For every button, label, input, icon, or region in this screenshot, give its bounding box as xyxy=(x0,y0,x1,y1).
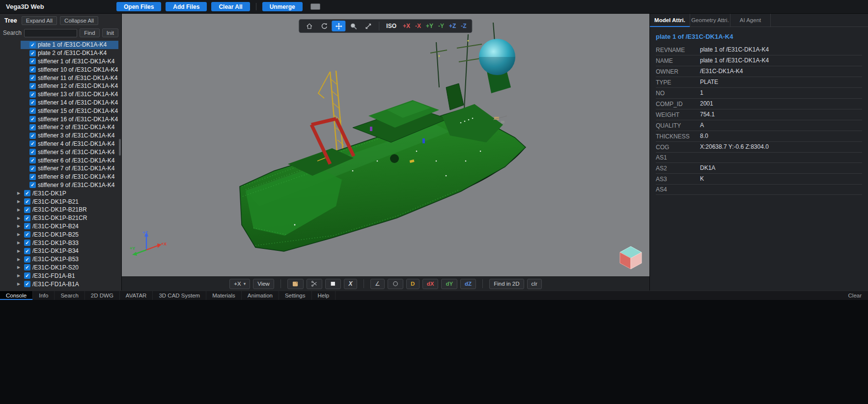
checkbox[interactable]: ✓ xyxy=(24,231,30,238)
axis-view-minus-Z[interactable]: -Z xyxy=(461,23,466,29)
tree-item[interactable]: ▶✓/E31C-DK1P-S20 xyxy=(0,264,118,272)
checkbox[interactable]: ✓ xyxy=(24,198,30,205)
dz-delta-button[interactable]: dZ xyxy=(460,279,476,289)
checkbox[interactable]: ✓ xyxy=(29,174,36,180)
tree-item[interactable]: ✓stiffener 8 of /E31C-DK1A-K4 xyxy=(21,173,118,181)
checkbox[interactable]: ✓ xyxy=(29,116,36,122)
tree-item[interactable]: ▶✓/E31C-DK1P-B24 xyxy=(0,222,118,231)
ship-model[interactable] xyxy=(122,14,649,276)
collapse-all-button[interactable]: Collapse All xyxy=(60,16,98,25)
expand-arrow-icon[interactable]: ▶ xyxy=(17,199,23,204)
checkbox[interactable]: ✓ xyxy=(24,207,30,213)
axis-view-plusminus-X[interactable]: +X xyxy=(403,23,410,29)
bottom-tab-3d-cad-system[interactable]: 3D CAD System xyxy=(153,291,206,300)
clear-all-button[interactable]: Clear All xyxy=(211,2,250,11)
checkbox[interactable]: ✓ xyxy=(24,248,30,254)
tree-item[interactable]: ✓stiffener 16 of /E31C-DK1A-K4 xyxy=(21,115,118,123)
checkbox[interactable]: ✓ xyxy=(29,124,36,131)
tree-item[interactable]: ▶✓/E31C-DK1P xyxy=(0,189,118,197)
expand-arrow-icon[interactable]: ▶ xyxy=(17,208,23,212)
tree-item[interactable]: ✓stiffener 9 of /E31C-DK1A-K4 xyxy=(21,181,118,189)
tree-item[interactable]: ✓plate 2 of /E31C-DK1A-K4 xyxy=(21,49,118,57)
expand-all-button[interactable]: Expand All xyxy=(22,16,57,25)
tree-item[interactable]: ▶✓/E31C-FD1A-B1A xyxy=(0,280,118,288)
bottom-tab-settings[interactable]: Settings xyxy=(279,291,312,300)
bottom-tab-help[interactable]: Help xyxy=(312,291,336,300)
checkbox[interactable]: ✓ xyxy=(29,182,36,188)
axis-view-minus-Y[interactable]: -Y xyxy=(438,23,444,29)
console-clear-button[interactable]: Clear xyxy=(845,291,865,300)
expand-arrow-icon[interactable]: ▶ xyxy=(17,224,23,228)
expand-arrow-icon[interactable]: ▶ xyxy=(17,232,23,237)
expand-arrow-icon[interactable]: ▶ xyxy=(17,216,23,220)
checkbox[interactable]: ✓ xyxy=(29,149,36,155)
checkbox[interactable]: ✓ xyxy=(24,240,30,246)
checkbox[interactable]: ✓ xyxy=(29,66,36,73)
checkbox[interactable]: ✓ xyxy=(24,215,30,221)
checkbox[interactable]: ✓ xyxy=(24,272,30,279)
tree-item[interactable]: ✓stiffener 1 of /E31C-DK1A-K4 xyxy=(21,57,118,66)
checkbox[interactable]: ✓ xyxy=(29,58,36,64)
bottom-tab-console[interactable]: Console xyxy=(0,291,33,300)
x-symbol-button[interactable]: X xyxy=(344,279,357,289)
d-delta-button[interactable]: D xyxy=(406,279,420,289)
expand-arrow-icon[interactable]: ▶ xyxy=(17,265,23,269)
find-in-2d-button[interactable]: Find in 2D xyxy=(489,279,524,289)
tree-item[interactable]: ✓stiffener 15 of /E31C-DK1A-K4 xyxy=(21,107,118,115)
find-button[interactable]: Find xyxy=(80,28,99,37)
tree-item[interactable]: ✓stiffener 6 of /E31C-DK1A-K4 xyxy=(21,156,118,164)
expand-arrow-icon[interactable]: ▶ xyxy=(17,191,23,195)
angle-button[interactable]: ∠ xyxy=(370,279,385,289)
tree-item[interactable]: ▶✓/E31C-DK1P-B21BR xyxy=(0,206,118,214)
zoom-tool-button[interactable] xyxy=(346,21,360,31)
plane-button[interactable] xyxy=(325,279,341,289)
selected-part-link[interactable]: plate 1 of /E31C-DK1A-K4 xyxy=(650,27,868,45)
tree-item[interactable]: ✓stiffener 5 of /E31C-DK1A-K4 xyxy=(21,148,118,156)
add-files-button[interactable]: Add Files xyxy=(166,2,207,11)
bottom-tab-materials[interactable]: Materials xyxy=(206,291,242,300)
checkbox[interactable]: ✓ xyxy=(24,256,30,263)
search-input[interactable] xyxy=(24,29,77,37)
checkbox[interactable]: ✓ xyxy=(29,83,36,89)
axis-view-plusminus-Z[interactable]: +Z xyxy=(449,23,456,29)
expand-arrow-icon[interactable]: ▶ xyxy=(17,249,23,253)
color-swatch[interactable] xyxy=(310,3,320,10)
iso-view-button[interactable]: ISO xyxy=(386,23,396,29)
tree-item[interactable]: ✓stiffener 13 of /E31C-DK1A-K4 xyxy=(21,90,118,99)
checkbox[interactable]: ✓ xyxy=(29,133,36,139)
tree-item[interactable]: ✓stiffener 11 of /E31C-DK1A-K4 xyxy=(21,74,118,82)
axis-select[interactable]: +X ▾ xyxy=(229,279,250,289)
circle-button[interactable] xyxy=(388,279,403,289)
checkbox[interactable]: ✓ xyxy=(29,165,36,172)
tab-geometry-attri[interactable]: Geometry Attri. xyxy=(690,14,730,27)
init-button[interactable]: Init xyxy=(102,28,118,37)
checkbox[interactable]: ✓ xyxy=(29,99,36,106)
checkbox[interactable]: ✓ xyxy=(24,264,30,270)
nav-cube[interactable] xyxy=(618,244,644,270)
tree-item[interactable]: ▶✓/E31C-DK1P-B25 xyxy=(0,230,118,239)
bottom-tab-search[interactable]: Search xyxy=(55,291,84,300)
expand-arrow-icon[interactable]: ▶ xyxy=(17,282,23,286)
checkbox[interactable]: ✓ xyxy=(29,140,36,147)
expand-arrow-icon[interactable]: ▶ xyxy=(17,257,23,262)
viewport-canvas[interactable]: ISO +X-X+Y-Y+Z-Z +Z +X +Y xyxy=(122,14,649,276)
tree-item[interactable]: ✓stiffener 7 of /E31C-DK1A-K4 xyxy=(21,164,118,173)
clr-button[interactable]: clr xyxy=(527,279,542,289)
tree-item[interactable]: ✓stiffener 4 of /E31C-DK1A-K4 xyxy=(21,140,118,148)
checkbox[interactable]: ✓ xyxy=(24,223,30,229)
tree-item[interactable]: ▶✓/E31C-DK1P-B53 xyxy=(0,255,118,264)
unmerge-button[interactable]: Unmerge xyxy=(262,2,303,11)
tree-item[interactable]: ▶✓/E31C-DK1P-B21 xyxy=(0,197,118,206)
checkbox[interactable]: ✓ xyxy=(24,190,30,196)
tree-item[interactable]: ▶✓/E31C-DK1P-B34 xyxy=(0,247,118,255)
bottom-tab-animation[interactable]: Animation xyxy=(242,291,279,300)
tree-item[interactable]: ▶✓/E31C-FD1A-B1 xyxy=(0,271,118,280)
expand-arrow-icon[interactable]: ▶ xyxy=(17,241,23,245)
checkbox[interactable]: ✓ xyxy=(29,157,36,163)
axis-view-minus-X[interactable]: -X xyxy=(415,23,421,29)
checkbox[interactable]: ✓ xyxy=(29,75,36,81)
checkbox[interactable]: ✓ xyxy=(29,42,36,48)
view-button[interactable]: View xyxy=(253,279,274,289)
open-files-button[interactable]: Open Files xyxy=(116,2,161,11)
tree-item[interactable]: ✓plate 1 of /E31C-DK1A-K4 xyxy=(21,41,118,49)
